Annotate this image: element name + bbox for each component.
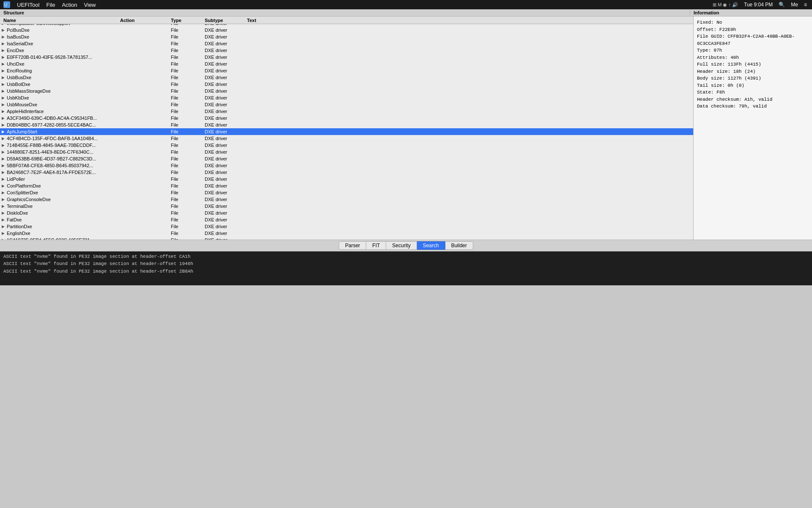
expand-arrow-icon[interactable]: ▶: [2, 143, 7, 147]
expand-arrow-icon[interactable]: ▶: [2, 28, 7, 32]
row-name-text: EnciRouting: [7, 68, 32, 73]
tree-cell-name: ▶LidPoller: [0, 177, 118, 182]
expand-arrow-icon[interactable]: ▶: [2, 89, 7, 93]
menubar-view[interactable]: View: [81, 0, 99, 9]
tree-cell-type: File: [169, 88, 203, 94]
row-name-text: UsbMassStorageDxe: [7, 88, 51, 94]
tree-cell-subtype: DXE driver: [203, 210, 245, 215]
tree-cell-name: ▶GraphicsConsoleDxe: [0, 197, 118, 202]
menubar-menu-icon[interactable]: ≡: [802, 2, 809, 8]
tree-cell-name: ▶IsaBusDxe: [0, 34, 118, 39]
tree-row[interactable]: ▶EnciRoutingFileDXE driver: [0, 67, 693, 74]
tree-row[interactable]: ▶UsbBotDxeFileDXE driver: [0, 81, 693, 88]
expand-arrow-icon[interactable]: ▶: [2, 218, 7, 222]
tree-cell-type: File: [169, 204, 203, 209]
tree-cell-name: ▶A3CF349D-639C-4DB0-AC4A-C95341FB...: [0, 116, 118, 121]
expand-arrow-icon[interactable]: ▶: [2, 109, 7, 113]
tree-row[interactable]: ▶D0B04BBC-6977-4282-0855-5ECE4BAC...File…: [0, 121, 693, 128]
tree-row[interactable]: ▶A3CF349D-639C-4DB0-AC4A-C95341FB...File…: [0, 115, 693, 121]
tree-row[interactable]: ▶E0FF720B-0140-43FE-9528-7A781357...File…: [0, 54, 693, 61]
expand-arrow-icon[interactable]: ▶: [2, 204, 7, 208]
tab-search[interactable]: Search: [417, 241, 445, 250]
tree-scroll[interactable]: ▶IncompatiblePciDeviceSupportFileDXE dri…: [0, 24, 693, 240]
expand-arrow-icon[interactable]: ▶: [2, 24, 7, 25]
expand-arrow-icon[interactable]: ▶: [2, 116, 7, 120]
expand-arrow-icon[interactable]: ▶: [2, 136, 7, 141]
expand-arrow-icon[interactable]: ▶: [2, 75, 7, 80]
tree-row[interactable]: ▶UhciDxeFileDXE driver: [0, 61, 693, 67]
expand-arrow-icon[interactable]: ▶: [2, 123, 7, 127]
tree-cell-subtype: DXE driver: [203, 231, 245, 236]
expand-arrow-icon[interactable]: ▶: [2, 62, 7, 66]
tree-row[interactable]: ▶ConPlatformDxeFileDXE driver: [0, 182, 693, 189]
tree-row[interactable]: ▶UsbMassStorageDxeFileDXE driver: [0, 88, 693, 94]
tree-row[interactable]: ▶GraphicsConsoleDxeFileDXE driver: [0, 196, 693, 203]
tree-row[interactable]: ▶144880E7-8251-44E9-8ED6-C7F6340C...File…: [0, 149, 693, 155]
tree-row[interactable]: ▶FatDxeFileDXE driver: [0, 216, 693, 223]
tree-row[interactable]: ▶PciBusDxeFileDXE driver: [0, 27, 693, 33]
tree-row[interactable]: ▶EnciDxeFileDXE driver: [0, 47, 693, 54]
tree-row[interactable]: ▶UsbMouseDxeFileDXE driver: [0, 101, 693, 108]
tab-builder[interactable]: Builder: [445, 241, 473, 250]
menubar-action[interactable]: Action: [58, 0, 80, 9]
tree-row[interactable]: ▶IsaSerialDxeFileDXE driver: [0, 40, 693, 47]
expand-arrow-icon[interactable]: ▶: [2, 224, 7, 229]
menubar-search-icon[interactable]: 🔍: [777, 2, 787, 8]
tree-cell-name: ▶D0B04BBC-6977-4282-0855-5ECE4BAC...: [0, 122, 118, 127]
expand-arrow-icon[interactable]: ▶: [2, 35, 7, 39]
menubar-app-name[interactable]: UEFITool: [14, 0, 43, 9]
tab-fit[interactable]: FIT: [366, 241, 386, 250]
tree-row[interactable]: ▶EnglishDxeFileDXE driver: [0, 230, 693, 237]
tree-row[interactable]: ▶D59A53BB-69BE-4D37-9B27-C8829C3D...File…: [0, 155, 693, 162]
expand-arrow-icon[interactable]: ▶: [2, 197, 7, 202]
menubar-file[interactable]: File: [43, 0, 58, 9]
row-name-text: 5BBF07A8-CFE8-4850-B645-85037942...: [7, 163, 93, 168]
menubar-me[interactable]: Me: [789, 2, 800, 8]
tree-row[interactable]: ▶UsbBusDxeFileDXE driver: [0, 74, 693, 81]
tree-cell-subtype: DXE driver: [203, 88, 245, 94]
expand-arrow-icon[interactable]: ▶: [2, 102, 7, 107]
tree-row[interactable]: ▶UsbKbDxeFileDXE driver: [0, 94, 693, 101]
expand-arrow-icon[interactable]: ▶: [2, 82, 7, 86]
tree-cell-subtype: DXE driver: [203, 55, 245, 60]
tree-row[interactable]: ▶ConSplitterDxeFileDXE driver: [0, 189, 693, 196]
tree-row[interactable]: ▶4CF4B4CD-135F-4FDC-BAFB-1AA104B4...File…: [0, 135, 693, 142]
expand-arrow-icon[interactable]: ▶: [2, 150, 7, 154]
tree-cell-name: ▶EnciDxe: [0, 48, 118, 53]
tree-row[interactable]: ▶IsaBusDxeFileDXE driver: [0, 33, 693, 40]
info-panel: Fixed: No Offset: F22E0h File GUID: CFFB…: [694, 17, 812, 240]
expand-arrow-icon[interactable]: ▶: [2, 163, 7, 168]
expand-arrow-icon[interactable]: ▶: [2, 231, 7, 235]
expand-arrow-icon[interactable]: ▶: [2, 157, 7, 161]
tree-row[interactable]: ▶AppleHidInterfaceFileDXE driver: [0, 108, 693, 115]
tree-row[interactable]: ▶714B455E-F88B-4845-9AAE-70BECDDF...File…: [0, 142, 693, 149]
tree-cell-name: ▶FatDxe: [0, 217, 118, 222]
tab-parser[interactable]: Parser: [339, 241, 366, 250]
expand-arrow-icon[interactable]: ▶: [2, 41, 7, 46]
tree-row[interactable]: ▶PartitionDxeFileDXE driver: [0, 223, 693, 230]
tree-row[interactable]: ▶TerminalDxeFileDXE driver: [0, 203, 693, 210]
tree-row[interactable]: ▶BA2468C7-7E2F-4AE4-817A-FFDE572E...File…: [0, 169, 693, 176]
expand-arrow-icon[interactable]: ▶: [2, 177, 7, 181]
expand-arrow-icon[interactable]: ▶: [2, 96, 7, 100]
expand-arrow-icon[interactable]: ▶: [2, 55, 7, 59]
expand-arrow-icon[interactable]: ▶: [2, 69, 7, 73]
tree-row[interactable]: ▶5BBF07A8-CFE8-4850-B645-85037942...File…: [0, 162, 693, 169]
expand-arrow-icon[interactable]: ▶: [2, 170, 7, 174]
expand-arrow-icon[interactable]: ▶: [2, 184, 7, 188]
expand-arrow-icon[interactable]: ▶: [2, 211, 7, 215]
menubar-icons: ⊞ M ◉ ↑ 🔊: [711, 2, 740, 8]
tree-row[interactable]: ▶DiskIoDxeFileDXE driver: [0, 210, 693, 216]
tree-cell-type: File: [169, 136, 203, 141]
tab-security[interactable]: Security: [386, 241, 417, 250]
expand-arrow-icon[interactable]: ▶: [2, 130, 7, 134]
row-name-text: ConSplitterDxe: [7, 190, 38, 195]
tree-cell-type: File: [169, 217, 203, 222]
tree-row[interactable]: ▶ApfsJumpStartFileDXE driver: [0, 128, 693, 135]
expand-arrow-icon[interactable]: ▶: [2, 190, 7, 195]
tree-cell-name: ▶E0FF720B-0140-43FE-9528-7A781357...: [0, 55, 118, 60]
tree-cell-type: File: [169, 177, 203, 182]
expand-arrow-icon[interactable]: ▶: [2, 48, 7, 52]
tree-row[interactable]: ▶LidPollerFileDXE driver: [0, 176, 693, 182]
tree-cell-type: File: [169, 48, 203, 53]
